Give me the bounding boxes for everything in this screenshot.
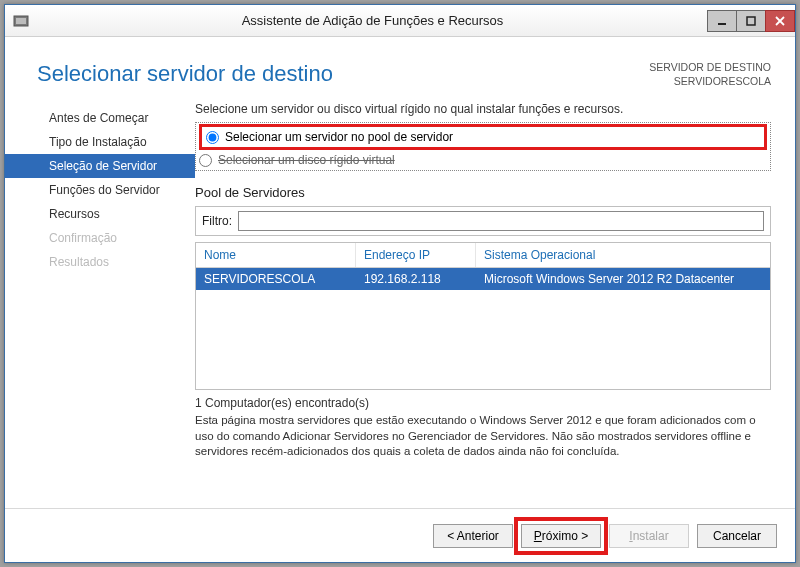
radio-vhd-label: Selecionar um disco rígido virtual [218, 153, 395, 167]
pool-heading: Pool de Servidores [195, 185, 771, 200]
radio-option-vhd[interactable]: Selecionar um disco rígido virtual [199, 151, 767, 169]
radio-pool-input[interactable] [206, 131, 219, 144]
highlight-pool-option: Selecionar um servidor no pool de servid… [199, 124, 767, 150]
dest-value: SERVIDORESCOLA [649, 75, 771, 89]
dest-label: SERVIDOR DE DESTINO [649, 61, 771, 75]
cell-ip: 192.168.2.118 [356, 268, 476, 290]
table-row[interactable]: SERVIDORESCOLA 192.168.2.118 Microsoft W… [196, 268, 770, 290]
column-name[interactable]: Nome [196, 243, 356, 267]
sidebar-item-server-selection[interactable]: Seleção de Servidor [5, 154, 195, 178]
sidebar-item-features[interactable]: Recursos [5, 202, 195, 226]
close-button[interactable] [765, 10, 795, 32]
column-os[interactable]: Sistema Operacional [476, 243, 770, 267]
svg-rect-3 [747, 17, 755, 25]
column-ip[interactable]: Endereço IP [356, 243, 476, 267]
wizard-footer: < Anterior Próximo > Instalar Cancelar [5, 508, 795, 562]
target-type-radio-group: Selecionar um servidor no pool de servid… [195, 122, 771, 171]
help-text: Esta página mostra servidores que estão … [195, 413, 771, 460]
table-body: SERVIDORESCOLA 192.168.2.118 Microsoft W… [196, 268, 770, 389]
wizard-window: Assistente de Adição de Funções e Recurs… [4, 4, 796, 563]
instruction-text: Selecione um servidor ou disco virtual r… [195, 102, 771, 116]
content: Selecione um servidor ou disco virtual r… [195, 100, 771, 508]
filter-row: Filtro: [195, 206, 771, 236]
window-title: Assistente de Adição de Funções e Recurs… [37, 13, 708, 28]
body: Antes de Começar Tipo de Instalação Sele… [5, 100, 795, 508]
filter-input[interactable] [238, 211, 764, 231]
cancel-button[interactable]: Cancelar [697, 524, 777, 548]
install-button: Instalar [609, 524, 689, 548]
cell-name: SERVIDORESCOLA [196, 268, 356, 290]
destination-info: SERVIDOR DE DESTINO SERVIDORESCOLA [649, 61, 771, 88]
sidebar-item-confirmation: Confirmação [5, 226, 195, 250]
table-header: Nome Endereço IP Sistema Operacional [196, 243, 770, 268]
radio-option-pool[interactable]: Selecionar um servidor no pool de servid… [206, 128, 760, 146]
sidebar-item-before-begin[interactable]: Antes de Começar [5, 106, 195, 130]
next-button[interactable]: Próximo > [521, 524, 601, 548]
app-icon [13, 13, 29, 29]
svg-rect-1 [16, 18, 26, 24]
titlebar: Assistente de Adição de Funções e Recurs… [5, 5, 795, 37]
maximize-button[interactable] [736, 10, 766, 32]
minimize-button[interactable] [707, 10, 737, 32]
server-table: Nome Endereço IP Sistema Operacional SER… [195, 242, 771, 390]
sidebar-item-server-roles[interactable]: Funções do Servidor [5, 178, 195, 202]
next-rest: róximo > [542, 529, 588, 543]
radio-vhd-input[interactable] [199, 154, 212, 167]
wizard-sidebar: Antes de Começar Tipo de Instalação Sele… [5, 100, 195, 508]
header: Selecionar servidor de destino SERVIDOR … [5, 37, 795, 100]
window-controls [708, 10, 795, 32]
back-button[interactable]: < Anterior [433, 524, 513, 548]
radio-pool-label: Selecionar um servidor no pool de servid… [225, 130, 453, 144]
install-rest: nstalar [633, 529, 669, 543]
cell-os: Microsoft Windows Server 2012 R2 Datacen… [476, 268, 770, 290]
filter-label: Filtro: [202, 214, 232, 228]
page-title: Selecionar servidor de destino [37, 61, 333, 87]
found-count: 1 Computador(es) encontrado(s) [195, 396, 771, 410]
next-accel: P [534, 529, 542, 543]
sidebar-item-results: Resultados [5, 250, 195, 274]
sidebar-item-install-type[interactable]: Tipo de Instalação [5, 130, 195, 154]
